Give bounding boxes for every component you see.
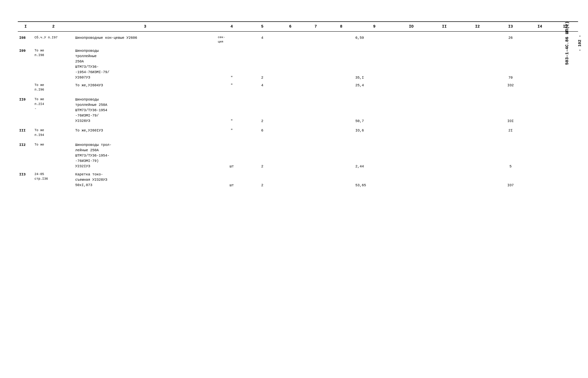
- page-number: - 102 -: [577, 35, 583, 51]
- row-desc: То же,У260IУЗ: [74, 125, 216, 139]
- row-num: I08: [18, 31, 33, 45]
- row-ref: Сб.ч.У п.I97: [33, 31, 74, 45]
- col-header-13: I3: [494, 22, 527, 32]
- row-desc: Шинопроводы троллейные 250А ШТМ73/ТУ36-1…: [74, 93, 216, 125]
- row-ref: 24-05 стр.I36: [33, 170, 74, 189]
- row-col7: [303, 125, 329, 139]
- row-col13: 26: [494, 31, 527, 45]
- row-col6: [278, 82, 303, 93]
- row-col11: [428, 170, 461, 189]
- row-col15: [553, 139, 578, 170]
- row-col8: [329, 170, 354, 189]
- col-header-2: 2: [33, 22, 74, 32]
- row-col14: [527, 93, 553, 125]
- row-col9: 6,59: [354, 31, 395, 45]
- row-col15: [553, 93, 578, 125]
- row-col5: 6: [247, 125, 278, 139]
- row-col10: [395, 125, 428, 139]
- row-num: I09: [18, 45, 33, 82]
- row-col10: [395, 93, 428, 125]
- row-col12: [461, 93, 494, 125]
- row-col5: 4: [247, 82, 278, 93]
- row-col15: [553, 125, 578, 139]
- col-header-11: II: [428, 22, 461, 32]
- row-col12: [461, 170, 494, 189]
- row-ref: То же п.I96: [33, 82, 74, 93]
- row-col11: [428, 31, 461, 45]
- row-col11: [428, 125, 461, 139]
- row-col10: [395, 45, 428, 82]
- row-col12: [461, 82, 494, 93]
- row-col10: [395, 82, 428, 93]
- row-col14: [527, 139, 553, 170]
- row-col6: [278, 139, 303, 170]
- row-col14: [527, 125, 553, 139]
- table-wrapper: I 2 3 4 5 6 7 8 9 IO II I2 I3 I4 I5: [18, 21, 578, 189]
- row-col7: [303, 139, 329, 170]
- row-col4: ": [216, 45, 247, 82]
- col-header-9: 9: [354, 22, 395, 32]
- row-ref: То же п.I94: [33, 125, 74, 139]
- row-col10: [395, 139, 428, 170]
- row-col12: [461, 31, 494, 45]
- row-col10: [395, 170, 428, 189]
- row-col4: ": [216, 93, 247, 125]
- row-col15: [553, 82, 578, 93]
- row-col14: [527, 170, 553, 189]
- row-col13: IO2: [494, 82, 527, 93]
- side-label: 503-1-4С.86 ШП(2) - 102 -: [564, 21, 583, 65]
- row-col9: 35,I: [354, 45, 395, 82]
- row-desc: То же,У2604УЗ: [74, 82, 216, 93]
- row-col7: [303, 82, 329, 93]
- row-num: [18, 82, 33, 93]
- table-row: III То же п.I94 То же,У260IУЗ " 6 IO,6 2…: [18, 125, 578, 139]
- header-row: I 2 3 4 5 6 7 8 9 IO II I2 I3 I4 I5: [18, 22, 578, 32]
- table-row: II3 24-05 стр.I36 Каретка токо- съемная …: [18, 170, 578, 189]
- row-col14: [527, 45, 553, 82]
- col-header-1: I: [18, 22, 33, 32]
- row-desc: Каретка токо- съемная У2328УЗ 50хI,073: [74, 170, 216, 189]
- col-header-10: IO: [395, 22, 428, 32]
- col-header-14: I4: [527, 22, 553, 32]
- row-col12: [461, 45, 494, 82]
- table-row: II2 То же Шинопроводы трол- лейные 250А …: [18, 139, 578, 170]
- row-col13: 70: [494, 45, 527, 82]
- row-col12: [461, 139, 494, 170]
- row-ref: То же п.2I4 -: [33, 93, 74, 125]
- row-col7: [303, 93, 329, 125]
- row-col7: [303, 45, 329, 82]
- col-header-7: 7: [303, 22, 329, 32]
- row-col9: 53,65: [354, 170, 395, 189]
- row-col6: [278, 170, 303, 189]
- row-ref: То же п.I98: [33, 45, 74, 82]
- row-col4: шт: [216, 170, 247, 189]
- col-header-4: 4: [216, 22, 247, 32]
- table-row: То же п.I96 То же,У2604УЗ " 4 25,4 IO2: [18, 82, 578, 93]
- table-row: I09 То же п.I98 Шинопроводы троллейные 2…: [18, 45, 578, 82]
- row-col13: IO7: [494, 170, 527, 189]
- row-num: III: [18, 125, 33, 139]
- table-row: I08 Сб.ч.У п.I97 Шинопроводные кон-цевые…: [18, 31, 578, 45]
- row-col4: сек-ция: [216, 31, 247, 45]
- row-col4: шт: [216, 139, 247, 170]
- col-header-6: 6: [278, 22, 303, 32]
- row-col9: 25,4: [354, 82, 395, 93]
- row-col9: 2,44: [354, 139, 395, 170]
- row-col4: ": [216, 125, 247, 139]
- page-container: 503-1-4С.86 ШП(2) - 102 -: [0, 0, 588, 378]
- row-col13: 5: [494, 139, 527, 170]
- row-desc: Шинопроводы троллейные 250А ШТМ73/ТУ36- …: [74, 45, 216, 82]
- row-col15: [553, 170, 578, 189]
- row-col14: [527, 82, 553, 93]
- row-col7: [303, 31, 329, 45]
- col-header-5: 5: [247, 22, 278, 32]
- row-col11: [428, 139, 461, 170]
- row-num: II2: [18, 139, 33, 170]
- main-table: I 2 3 4 5 6 7 8 9 IO II I2 I3 I4 I5: [18, 21, 578, 189]
- row-col8: [329, 139, 354, 170]
- row-num: II0: [18, 93, 33, 125]
- row-col9: 50,7: [354, 93, 395, 125]
- row-col8: [329, 45, 354, 82]
- row-ref: То же: [33, 139, 74, 170]
- row-col11: [428, 45, 461, 82]
